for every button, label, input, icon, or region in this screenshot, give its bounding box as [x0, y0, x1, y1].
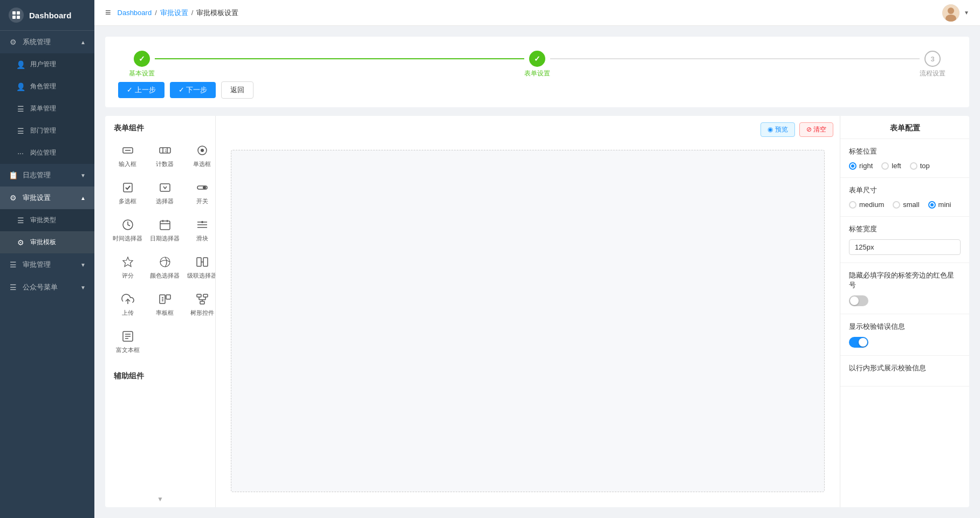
sidebar-item-system[interactable]: ⚙ 系统管理 ▲ — [0, 31, 94, 53]
radio-medium[interactable]: medium — [849, 201, 884, 209]
component-richtext[interactable]: 富文本框 — [111, 324, 145, 358]
sidebar-item-approval-mgmt[interactable]: ☰ 审批管理 ▼ — [0, 253, 94, 276]
svg-point-18 — [203, 186, 206, 189]
component-time[interactable]: 时间选择器 — [111, 213, 145, 247]
radio-icon — [195, 143, 210, 158]
sidebar-item-user[interactable]: 👤 用户管理 — [0, 53, 94, 75]
prev-button[interactable]: ✓ 上一步 — [118, 82, 165, 98]
sidebar-sub-system: 👤 用户管理 👤 角色管理 ☰ 菜单管理 ☰ 部门管理 ··· — [0, 53, 94, 164]
form-canvas[interactable] — [231, 150, 825, 492]
sidebar-item-post[interactable]: ··· 岗位管理 — [0, 142, 94, 164]
component-tree[interactable]: 树形控件 — [185, 287, 216, 321]
component-cascader[interactable]: 级联选择器 — [185, 250, 216, 284]
component-counter[interactable]: 1 计数器 — [148, 139, 182, 172]
show-validation-toggle[interactable] — [849, 337, 868, 348]
radio-medium-circle — [849, 201, 856, 209]
log-icon: 📋 — [9, 171, 17, 179]
component-radio[interactable]: 单选框 — [185, 139, 216, 172]
label-width-input[interactable] — [849, 239, 961, 255]
svg-rect-3 — [17, 16, 20, 19]
color-icon — [157, 254, 173, 270]
sidebar-item-approval-settings[interactable]: ⚙ 审批设置 ▲ — [0, 187, 94, 209]
time-label: 时间选择器 — [113, 234, 142, 243]
sidebar-item-approval-type[interactable]: ☰ 审批类型 — [0, 209, 94, 231]
slider-icon — [195, 217, 210, 232]
sidebar-item-approval-template[interactable]: ⚙ 审批模板 — [0, 231, 94, 253]
menu-icon: ☰ — [16, 105, 25, 113]
hide-required-toggle[interactable] — [849, 295, 868, 306]
gear-icon: ⚙ — [9, 38, 17, 46]
component-upload[interactable]: 上传 — [111, 287, 145, 321]
radio-mini-label: mini — [938, 201, 951, 209]
breadcrumb-approval-settings[interactable]: 审批设置 — [160, 8, 188, 18]
date-label: 日期选择器 — [150, 234, 180, 243]
sidebar-item-dept[interactable]: ☰ 部门管理 — [0, 120, 94, 142]
preview-button[interactable]: ◉ 预览 — [760, 122, 794, 137]
avatar-dropdown-icon[interactable]: ▼ — [964, 10, 969, 16]
sidebar-item-public-menu[interactable]: ☰ 公众号菜单 ▼ — [0, 276, 94, 299]
component-switch[interactable]: 开关 — [185, 176, 216, 210]
tree-icon — [195, 292, 210, 307]
sidebar-sub-approval: ☰ 审批类型 ⚙ 审批模板 — [0, 209, 94, 253]
step-connector-1 — [155, 58, 524, 59]
component-color[interactable]: 颜色选择器 — [148, 250, 182, 284]
component-input[interactable]: 输入框 — [111, 139, 145, 172]
next-button[interactable]: ✓ 下一步 — [170, 82, 216, 98]
avatar[interactable] — [942, 4, 960, 22]
svg-rect-1 — [17, 11, 20, 15]
components-panel-title: 表单组件 — [105, 116, 215, 139]
svg-rect-41 — [203, 294, 208, 297]
component-checkbox[interactable]: 多选框 — [111, 176, 145, 210]
svg-rect-40 — [197, 294, 201, 297]
user-icon: 👤 — [16, 60, 25, 69]
breadcrumb-sep1: / — [155, 9, 157, 17]
radio-top[interactable]: top — [910, 162, 930, 170]
select-label: 选择器 — [156, 197, 174, 205]
hamburger-icon[interactable]: ≡ — [105, 7, 111, 18]
toggle-thumb-hide-required — [850, 296, 859, 305]
component-date[interactable]: 日期选择器 — [148, 213, 182, 247]
component-signature[interactable]: 率板框 — [148, 287, 182, 321]
component-select[interactable]: 选择器 — [148, 176, 182, 210]
sidebar-item-menu[interactable]: ☰ 菜单管理 — [0, 98, 94, 120]
radio-mini-circle — [928, 201, 936, 209]
radio-label: 单选框 — [193, 160, 211, 168]
aux-components-title: 辅助组件 — [105, 364, 215, 386]
sidebar-item-role[interactable]: 👤 角色管理 — [0, 75, 94, 98]
sidebar-user-label: 用户管理 — [30, 60, 56, 69]
svg-rect-15 — [124, 183, 132, 192]
radio-left[interactable]: left — [881, 162, 901, 170]
clear-button[interactable]: ⊘ 清空 — [799, 122, 833, 137]
sidebar-dept-label: 部门管理 — [30, 126, 56, 135]
inline-error-title: 以行内形式展示校验信息 — [849, 363, 961, 373]
richtext-label: 富文本框 — [116, 346, 140, 354]
sidebar-approval-mgmt-label: 审批管理 — [23, 260, 51, 270]
canvas-actions: ◉ 预览 ⊘ 清空 — [222, 122, 833, 137]
component-rate[interactable]: 评分 — [111, 250, 145, 284]
scroll-down-area: ▼ — [105, 495, 215, 503]
switch-icon — [195, 180, 210, 195]
input-label: 输入框 — [119, 160, 136, 168]
radio-small-label: small — [903, 201, 919, 209]
radio-right[interactable]: right — [849, 162, 873, 170]
component-slider[interactable]: 滑块 — [185, 213, 216, 247]
svg-marker-29 — [123, 257, 133, 267]
step-flow-label: 流程设置 — [920, 69, 945, 78]
radio-small[interactable]: small — [893, 201, 919, 209]
richtext-icon — [120, 329, 135, 344]
chevron-up-icon: ▲ — [80, 39, 86, 45]
role-icon: 👤 — [16, 82, 25, 91]
breadcrumb-dashboard[interactable]: Dashboard — [118, 9, 152, 17]
signature-label: 率板框 — [156, 309, 174, 317]
post-icon: ··· — [16, 149, 25, 157]
input-icon — [120, 143, 135, 158]
counter-icon: 1 — [157, 143, 173, 158]
tree-label: 树形控件 — [190, 309, 214, 317]
back-button[interactable]: 返回 — [221, 81, 253, 99]
show-validation-title: 显示校验错误信息 — [849, 322, 961, 331]
config-hide-required: 隐藏必填字段的标签旁边的红色星号 — [840, 263, 969, 314]
radio-mini[interactable]: mini — [928, 201, 951, 209]
sidebar-item-log[interactable]: 📋 日志管理 ▼ — [0, 164, 94, 187]
svg-point-14 — [201, 149, 204, 152]
date-icon — [157, 217, 173, 232]
